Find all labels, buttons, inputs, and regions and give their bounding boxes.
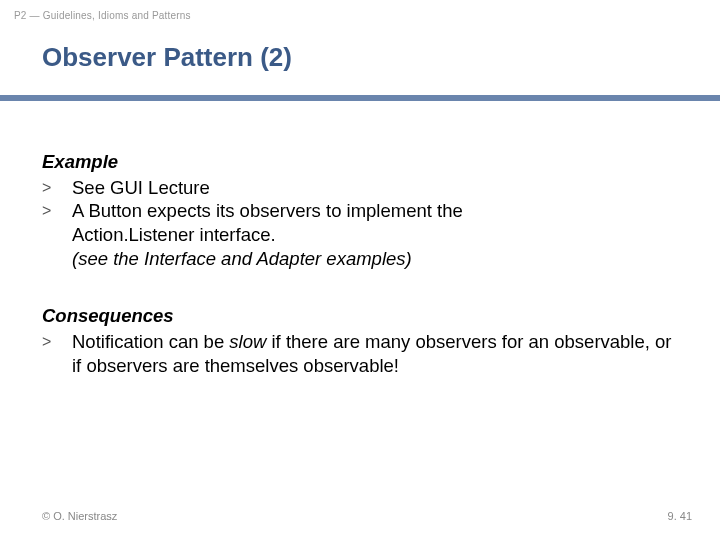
emphasis-slow: slow (229, 331, 266, 352)
bullet-note: (see the Interface and Adapter examples) (72, 248, 412, 269)
bullet-text: See GUI Lecture (72, 176, 678, 200)
footer-copyright: © O. Nierstrasz (42, 510, 117, 522)
bullet-item: > See GUI Lecture (42, 176, 678, 200)
bullet-text: Notification can be slow if there are ma… (72, 330, 678, 377)
bullet-line: Action.Listener interface. (72, 224, 276, 245)
header-section-label: P2 — Guidelines, Idioms and Patterns (14, 10, 191, 21)
bullet-item: > Notification can be slow if there are … (42, 330, 678, 377)
code-term: Action.Listener (72, 224, 194, 245)
title-underline (0, 95, 720, 101)
bullet-continuation: interface. (194, 224, 275, 245)
footer-page-number: 9. 41 (668, 510, 692, 522)
slide-title: Observer Pattern (2) (42, 42, 292, 73)
bullet-item: > A Button expects its observers to impl… (42, 199, 678, 270)
bullet-line: A Button expects its observers to implem… (72, 200, 463, 221)
bullet-marker: > (42, 199, 72, 221)
bullet-marker: > (42, 330, 72, 352)
example-heading: Example (42, 150, 678, 174)
bullet-marker: > (42, 176, 72, 198)
bullet-text: A Button expects its observers to implem… (72, 199, 678, 270)
slide-body: Example > See GUI Lecture > A Button exp… (42, 150, 678, 377)
spacer (42, 270, 678, 304)
bullet-fragment: Notification can be (72, 331, 229, 352)
consequences-heading: Consequences (42, 304, 678, 328)
